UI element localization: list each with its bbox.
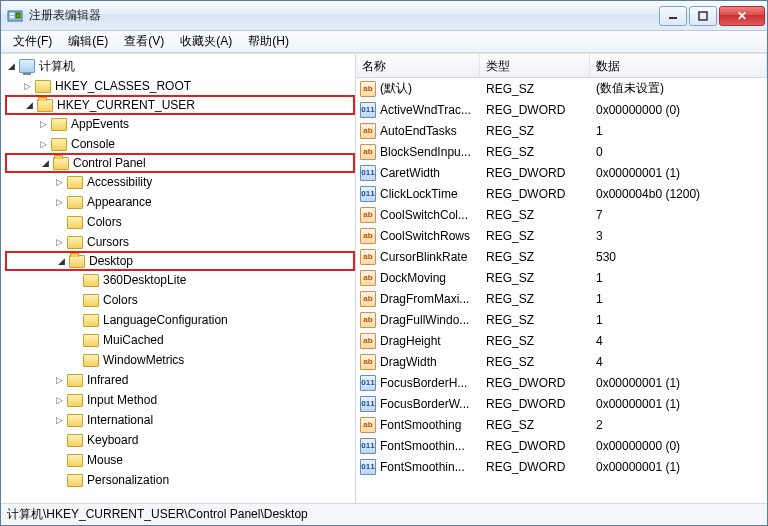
value-type: REG_SZ <box>480 313 590 327</box>
value-data: 530 <box>590 250 767 264</box>
folder-icon <box>51 118 67 131</box>
value-name: DockMoving <box>380 271 480 285</box>
node-label: International <box>87 413 153 427</box>
expand-icon[interactable]: ▷ <box>37 138 49 150</box>
registry-tree: ◢ 计算机 ▷ HKEY_CLASSES_ROOT ◢ HKEY_CURRENT… <box>1 54 355 492</box>
value-row[interactable]: 011FontSmoothin...REG_DWORD0x00000001 (1… <box>356 456 767 477</box>
tree-node-computer[interactable]: ◢ 计算机 <box>5 56 355 76</box>
value-name: ActiveWndTrac... <box>380 103 480 117</box>
string-value-icon: ab <box>360 417 376 433</box>
string-value-icon: ab <box>360 333 376 349</box>
menu-file[interactable]: 文件(F) <box>5 31 60 52</box>
tree-node-console[interactable]: ▷ Console <box>5 134 355 154</box>
folder-open-icon <box>37 99 53 112</box>
value-row[interactable]: abCursorBlinkRateREG_SZ530 <box>356 246 767 267</box>
node-label: Accessibility <box>87 175 152 189</box>
value-data: 4 <box>590 334 767 348</box>
expand-icon[interactable]: ▷ <box>53 236 65 248</box>
tree-node-infrared[interactable]: ▷ Infrared <box>5 370 355 390</box>
value-row[interactable]: abAutoEndTasksREG_SZ1 <box>356 120 767 141</box>
col-header-type[interactable]: 类型 <box>480 54 590 77</box>
expand-icon[interactable]: ▷ <box>53 176 65 188</box>
collapse-icon[interactable]: ◢ <box>39 157 51 169</box>
value-row[interactable]: ab(默认)REG_SZ(数值未设置) <box>356 78 767 99</box>
value-row[interactable]: abDragFullWindo...REG_SZ1 <box>356 309 767 330</box>
folder-icon <box>35 80 51 93</box>
window-title: 注册表编辑器 <box>29 7 659 24</box>
tree-node-hkcu[interactable]: ◢ HKEY_CURRENT_USER <box>5 95 355 115</box>
tree-node-cursors[interactable]: ▷ Cursors <box>5 232 355 252</box>
expand-icon[interactable]: ▷ <box>53 196 65 208</box>
menu-help[interactable]: 帮助(H) <box>240 31 297 52</box>
folder-icon <box>67 434 83 447</box>
menubar: 文件(F) 编辑(E) 查看(V) 收藏夹(A) 帮助(H) <box>1 31 767 53</box>
node-label: Appearance <box>87 195 152 209</box>
value-row[interactable]: 011ClickLockTimeREG_DWORD0x000004b0 (120… <box>356 183 767 204</box>
value-type: REG_SZ <box>480 208 590 222</box>
value-row[interactable]: 011FocusBorderH...REG_DWORD0x00000001 (1… <box>356 372 767 393</box>
value-row[interactable]: abFontSmoothingREG_SZ2 <box>356 414 767 435</box>
expand-icon[interactable]: ▷ <box>53 414 65 426</box>
close-button[interactable]: ✕ <box>719 6 765 26</box>
tree-node-hkcr[interactable]: ▷ HKEY_CLASSES_ROOT <box>5 76 355 96</box>
tree-node-muicached[interactable]: MuiCached <box>5 330 355 350</box>
collapse-icon[interactable]: ◢ <box>55 255 67 267</box>
value-name: ClickLockTime <box>380 187 480 201</box>
value-row[interactable]: abCoolSwitchCol...REG_SZ7 <box>356 204 767 225</box>
tree-node-winmetrics[interactable]: WindowMetrics <box>5 350 355 370</box>
value-data: 0x00000001 (1) <box>590 166 767 180</box>
collapse-icon[interactable]: ◢ <box>5 60 17 72</box>
value-row[interactable]: abCoolSwitchRowsREG_SZ3 <box>356 225 767 246</box>
tree-pane[interactable]: ◢ 计算机 ▷ HKEY_CLASSES_ROOT ◢ HKEY_CURRENT… <box>1 54 356 503</box>
expand-icon[interactable]: ▷ <box>21 80 33 92</box>
value-row[interactable]: abDragWidthREG_SZ4 <box>356 351 767 372</box>
menu-edit[interactable]: 编辑(E) <box>60 31 116 52</box>
value-row[interactable]: 011CaretWidthREG_DWORD0x00000001 (1) <box>356 162 767 183</box>
window-controls: ✕ <box>659 6 765 26</box>
tree-node-controlpanel[interactable]: ◢ Control Panel <box>5 153 355 173</box>
folder-icon <box>83 294 99 307</box>
menu-view[interactable]: 查看(V) <box>116 31 172 52</box>
titlebar[interactable]: 注册表编辑器 ✕ <box>1 1 767 31</box>
value-row[interactable]: 011FontSmoothin...REG_DWORD0x00000000 (0… <box>356 435 767 456</box>
expand-icon[interactable]: ▷ <box>53 374 65 386</box>
value-row[interactable]: abDragHeightREG_SZ4 <box>356 330 767 351</box>
value-row[interactable]: abDockMovingREG_SZ1 <box>356 267 767 288</box>
string-value-icon: ab <box>360 207 376 223</box>
folder-icon <box>83 334 99 347</box>
value-type: REG_SZ <box>480 334 590 348</box>
tree-node-desktop-colors[interactable]: Colors <box>5 290 355 310</box>
value-name: DragHeight <box>380 334 480 348</box>
expand-icon[interactable]: ▷ <box>53 394 65 406</box>
values-pane[interactable]: 名称 类型 数据 ab(默认)REG_SZ(数值未设置)011ActiveWnd… <box>356 54 767 503</box>
tree-node-international[interactable]: ▷ International <box>5 410 355 430</box>
maximize-button[interactable] <box>689 6 717 26</box>
col-header-name[interactable]: 名称 <box>356 54 480 77</box>
string-value-icon: ab <box>360 123 376 139</box>
tree-node-keyboard[interactable]: Keyboard <box>5 430 355 450</box>
tree-node-mouse[interactable]: Mouse <box>5 450 355 470</box>
tree-node-desktoplite[interactable]: 360DesktopLite <box>5 270 355 290</box>
value-type: REG_SZ <box>480 292 590 306</box>
collapse-icon[interactable]: ◢ <box>23 99 35 111</box>
value-row[interactable]: abDragFromMaxi...REG_SZ1 <box>356 288 767 309</box>
value-type: REG_DWORD <box>480 187 590 201</box>
value-row[interactable]: abBlockSendInpu...REG_SZ0 <box>356 141 767 162</box>
tree-node-appevents[interactable]: ▷ AppEvents <box>5 114 355 134</box>
tree-node-colors[interactable]: Colors <box>5 212 355 232</box>
tree-node-inputmethod[interactable]: ▷ Input Method <box>5 390 355 410</box>
value-row[interactable]: 011FocusBorderW...REG_DWORD0x00000001 (1… <box>356 393 767 414</box>
expand-icon[interactable]: ▷ <box>37 118 49 130</box>
registry-editor-window: 注册表编辑器 ✕ 文件(F) 编辑(E) 查看(V) 收藏夹(A) 帮助(H) … <box>0 0 768 526</box>
tree-node-desktop[interactable]: ◢ Desktop <box>5 251 355 271</box>
tree-node-langconfig[interactable]: LanguageConfiguration <box>5 310 355 330</box>
tree-node-accessibility[interactable]: ▷ Accessibility <box>5 172 355 192</box>
col-header-data[interactable]: 数据 <box>590 54 767 77</box>
node-label: Console <box>71 137 115 151</box>
value-data: 1 <box>590 313 767 327</box>
tree-node-personalization[interactable]: Personalization <box>5 470 355 490</box>
tree-node-appearance[interactable]: ▷ Appearance <box>5 192 355 212</box>
menu-favorites[interactable]: 收藏夹(A) <box>172 31 240 52</box>
minimize-button[interactable] <box>659 6 687 26</box>
value-row[interactable]: 011ActiveWndTrac...REG_DWORD0x00000000 (… <box>356 99 767 120</box>
